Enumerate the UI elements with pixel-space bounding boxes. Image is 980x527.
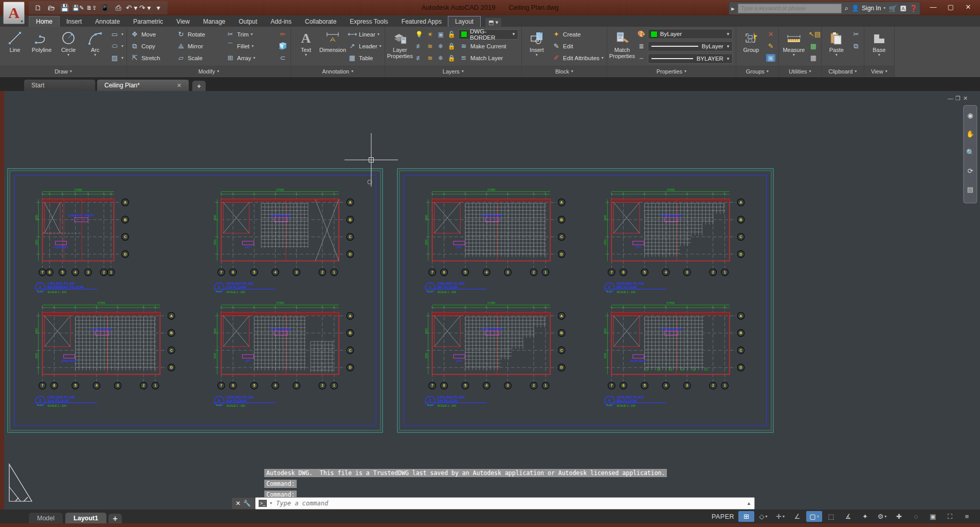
table-button[interactable]: ▦Table [347, 52, 383, 64]
copy-button[interactable]: ⧉Copy [129, 40, 175, 52]
layout-tab-layout1[interactable]: Layout1 [65, 512, 107, 523]
application-menu-button[interactable]: A▼ [3, 2, 25, 24]
status-toggle-isolate-objects[interactable]: ◌ [908, 511, 924, 522]
status-toggle-infer-constraints[interactable]: ✛▾ [772, 511, 788, 522]
edit-attributes-button[interactable]: ✐Edit Attributes▾ [551, 52, 605, 64]
ungroup-button[interactable]: ✕ [765, 28, 776, 40]
status-toggle-graphics-performance[interactable]: ▣ [925, 511, 941, 522]
panel-label-groups[interactable]: Groups▾ [736, 66, 778, 77]
wrench-icon[interactable]: 🔧 [243, 500, 251, 507]
ribbon-tab-manage[interactable]: Manage [196, 16, 232, 27]
freeze-viewport-icon[interactable]: ▣ [437, 31, 445, 38]
status-toggle-snap-mode[interactable]: ◇▾ [755, 511, 771, 522]
panel-label-utilities[interactable]: Utilities▾ [779, 66, 821, 77]
layout-viewport[interactable]: 1740035002500CONCRETE CANOPYBASEMENT7654… [0, 91, 980, 510]
erase-button[interactable]: ✏ [277, 28, 288, 40]
lineweight-dropdown[interactable]: ByLayer▼ [648, 41, 733, 51]
ribbon-tab-layout[interactable]: Layout [448, 16, 480, 27]
status-toggle-menu[interactable]: ≡ [959, 511, 975, 522]
insert-button[interactable]: Insert▾ [524, 28, 550, 65]
layer-dropdown[interactable]: DWG-BORDER▼ [458, 29, 518, 40]
status-toggle-selection-cycling[interactable]: ⬚ [823, 511, 839, 522]
new-layout-button[interactable]: + [108, 514, 122, 523]
object-color-dropdown[interactable]: ByLayer▼ [648, 29, 733, 39]
leader-button[interactable]: ↗Leader▾ [347, 40, 383, 52]
layer-tool-icon[interactable]: ≢ [415, 43, 424, 50]
command-prompt-icon[interactable]: >_ [259, 500, 267, 507]
search-icon[interactable]: ⌕ [845, 4, 848, 12]
fillet-button[interactable]: ⌒Fillet▾ [225, 40, 276, 52]
command-line-grip[interactable]: ✕ 🔧 [231, 497, 255, 510]
group-edit-button[interactable]: ✎ [765, 40, 776, 52]
ribbon-tab-add-ins[interactable]: Add-ins [264, 16, 298, 27]
panel-label-clipboard[interactable]: Clipboard▾ [822, 66, 864, 77]
close-tab-icon[interactable]: ✕ [177, 82, 182, 89]
offset-button[interactable]: ⊂ [277, 52, 288, 64]
group-button[interactable]: Group [738, 28, 764, 65]
mirror-button[interactable]: ⟁Mirror [175, 40, 225, 52]
group-selection-button[interactable]: ▣ [765, 52, 776, 64]
ribbon-tab-annotate[interactable]: Annotate [88, 16, 126, 27]
ribbon-tab-express-tools[interactable]: Express Tools [343, 16, 394, 27]
customize-button[interactable]: ▾ [152, 2, 165, 13]
ribbon-tab-insert[interactable]: Insert [60, 16, 88, 27]
edit-button[interactable]: ✎Edit [551, 40, 605, 52]
ribbon-tab-home[interactable]: Home [29, 16, 60, 27]
command-input[interactable] [275, 499, 743, 507]
status-toggle-snap-tracking[interactable]: ∡ [840, 511, 856, 522]
redo-button[interactable]: ↷ ▾ [139, 2, 151, 13]
text-button[interactable]: AText▾ [293, 28, 319, 65]
panel-label-modify[interactable]: Modify▾ [127, 66, 291, 77]
layer-tool-icon[interactable]: ❄ [437, 54, 445, 62]
new-tab-button[interactable]: + [192, 81, 206, 91]
make-current-button[interactable]: ≋Make Current [458, 40, 507, 52]
linear-button[interactable]: ⟷Linear▾ [347, 28, 383, 40]
copy-clip-button[interactable]: ⧉ [850, 40, 862, 52]
status-toggle-dynamic-ucs[interactable]: ✦ [857, 511, 873, 522]
linetype-dropdown[interactable]: BYLAYER▼ [648, 53, 733, 64]
paste-button[interactable]: Paste▾ [824, 28, 849, 65]
search-expand-icon[interactable]: ▸ [731, 5, 735, 12]
status-toggle-object-snap[interactable]: ▢▾ [806, 511, 822, 522]
cut-button[interactable]: ✂ [850, 28, 862, 40]
status-toggle-add-cleanup[interactable]: ✚ [891, 511, 907, 522]
panel-label-annotation[interactable]: Annotation▾ [291, 66, 385, 77]
sun-icon[interactable]: ☀ [426, 31, 434, 38]
history-up-icon[interactable]: ▲ [747, 501, 751, 506]
match-properties-button[interactable]: MatchProperties [609, 28, 635, 65]
layer-tool-icon[interactable]: 🔒 [447, 54, 456, 62]
panel-label-draw[interactable]: Draw▾ [0, 66, 126, 77]
command-input-bar[interactable]: >_ ▾ ▲ [255, 497, 755, 510]
ribbon-tab-featured-apps[interactable]: Featured Apps [395, 16, 448, 27]
dimension-button[interactable]: Dimension [320, 28, 346, 65]
status-toggle-customization-gear[interactable]: ⚙▾ [874, 511, 890, 522]
drawing-canvas[interactable]: 1740035002500CONCRETE CANOPYBASEMENT7654… [0, 91, 980, 510]
status-toggle-grid[interactable]: ⊞ [738, 511, 754, 522]
measure-button[interactable]: Measure▾ [781, 28, 807, 65]
explode-button[interactable]: 🧊 [277, 40, 288, 52]
paper-space-indicator[interactable]: PAPER [712, 513, 734, 520]
layer-tool-icon[interactable]: ≋ [426, 54, 434, 62]
layer-tool-icon[interactable]: 🔒 [447, 43, 456, 50]
ribbon-tab-parametric[interactable]: Parametric [126, 16, 170, 27]
create-button[interactable]: ✦Create [551, 28, 605, 40]
layer-properties-button[interactable]: LayerProperties [387, 28, 413, 65]
panel-label-block[interactable]: Block▾ [522, 66, 607, 77]
line-button[interactable]: Line [2, 28, 28, 65]
open-button[interactable]: 🗁 [45, 2, 58, 13]
match-layer-button[interactable]: ≌Match Layer [458, 52, 504, 64]
circle-button[interactable]: Circle▾ [56, 28, 81, 65]
calculator-button[interactable]: ▦ [808, 52, 819, 64]
close-icon[interactable]: ✕ [235, 500, 241, 507]
save-button[interactable]: 💾 [59, 2, 71, 13]
scale-button[interactable]: ▱Scale [175, 52, 225, 64]
maximize-button[interactable]: ▢ [942, 0, 959, 13]
unlock-icon[interactable]: 🔓 [447, 31, 456, 38]
close-button[interactable]: ✕ [959, 0, 977, 13]
ellipse-button[interactable]: ⬭▾ [109, 40, 124, 52]
layout-tab-model[interactable]: Model [28, 512, 63, 523]
status-toggle-clean-screen[interactable]: ⛶ [942, 511, 958, 522]
new-button[interactable]: 🗋 [32, 2, 44, 13]
status-toggle-ortho[interactable]: ∠ [789, 511, 805, 522]
base-button[interactable]: Base▾ [866, 28, 892, 65]
